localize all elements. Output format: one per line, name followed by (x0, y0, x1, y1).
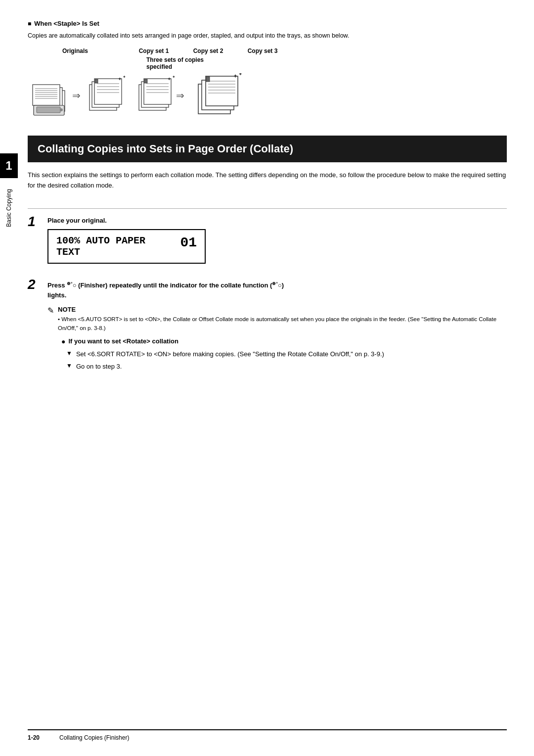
diagram-wrapper: Originals Copy set 1 Copy set 2 Copy set… (28, 47, 507, 118)
step1: 1 Place your original. 100% AUTO PAPER 0… (28, 217, 507, 271)
diagram-labels: Originals Copy set 1 Copy set 2 Copy set… (62, 47, 507, 54)
label-copy2: Copy set 2 (181, 47, 235, 54)
step2-text: Press ⊕°○ (Finisher) repeatedly until th… (47, 280, 507, 301)
svg-rect-14 (94, 79, 122, 104)
arrow1: ⇒ (72, 90, 81, 101)
sub-bullet-2: ▼ Go on to step 3. (61, 362, 507, 372)
svg-rect-24 (144, 79, 171, 104)
rotate-section: If you want to set <Rotate> collation ▼ … (61, 337, 507, 372)
three-sets-label: Three sets of copies specified (146, 56, 507, 70)
svg-text:✦: ✦ (238, 73, 242, 77)
page-footer: 1-20 Collating Copies (Finisher) (28, 729, 507, 741)
note-title: NOTE (58, 306, 507, 313)
main-content: When <Staple> Is Set Copies are automati… (18, 0, 534, 756)
staple-desc: Copies are automatically collated into s… (28, 31, 507, 41)
svg-text:✦: ✦ (123, 75, 126, 79)
sub-bullet-text-1: Set <6.SORT ROTATE> to <ON> before makin… (76, 349, 384, 359)
section-divider (28, 208, 507, 209)
step2: 2 Press ⊕°○ (Finisher) repeatedly until … (28, 280, 507, 376)
section-intro: This section explains the settings to pe… (28, 170, 507, 191)
side-label: Basic Copying (0, 143, 18, 242)
staple-section: When <Staple> Is Set Copies are automati… (28, 20, 507, 118)
step2-number: 2 (28, 278, 42, 291)
sub-bullet-text-2: Go on to step 3. (76, 362, 122, 372)
staple-heading-text: When <Staple> Is Set (34, 20, 99, 27)
footer-section: Collating Copies (Finisher) (59, 734, 129, 741)
rotate-heading: If you want to set <Rotate> collation (61, 337, 507, 345)
triangle-icon-2: ▼ (66, 362, 72, 369)
svg-text:✦: ✦ (172, 75, 176, 79)
svg-text:✦: ✦ (118, 76, 122, 82)
triangle-icon-1: ▼ (66, 350, 72, 357)
svg-rect-2 (33, 85, 60, 105)
note-icon: ✎ (47, 306, 54, 315)
svg-text:⇒: ⇒ (176, 90, 184, 101)
footer-page: 1-20 (28, 734, 40, 741)
display-number: 01 (180, 235, 197, 250)
side-label-text: Basic Copying (5, 189, 12, 227)
svg-rect-29 (144, 79, 147, 83)
label-originals: Originals (62, 47, 127, 54)
note-content: NOTE • When <5.AUTO SORT> is set to <ON>… (58, 306, 507, 332)
svg-point-11 (60, 108, 63, 111)
display-line2: TEXT (56, 246, 197, 258)
svg-text:✦: ✦ (233, 73, 238, 80)
svg-rect-35 (206, 76, 238, 106)
svg-rect-41 (206, 77, 210, 82)
staple-heading: When <Staple> Is Set (28, 20, 507, 27)
svg-text:✦: ✦ (167, 76, 171, 82)
diagram-svg-area: ⇒ ✦ (28, 73, 507, 118)
label-copy3: Copy set 3 (235, 47, 290, 54)
step1-number: 1 (28, 215, 42, 229)
step1-title: Place your original. (47, 217, 507, 224)
display-line1: 100% AUTO PAPER 01 (56, 235, 197, 246)
display-box: 100% AUTO PAPER 01 TEXT (47, 229, 206, 264)
note-section: ✎ NOTE • When <5.AUTO SORT> is set to <O… (47, 306, 507, 332)
sub-bullet-1: ▼ Set <6.SORT ROTATE> to <ON> before mak… (61, 349, 507, 359)
label-copy1: Copy set 1 (127, 47, 181, 54)
page-wrapper: 1 Basic Copying When <Staple> Is Set Cop… (0, 0, 534, 756)
step2-content: Press ⊕°○ (Finisher) repeatedly until th… (47, 280, 507, 376)
chapter-heading: Collating Copies into Sets in Page Order… (28, 136, 507, 162)
note-text: • When <5.AUTO SORT> is set to <ON>, the… (58, 315, 507, 332)
diagram-svg: ⇒ ✦ (28, 73, 374, 118)
svg-rect-10 (37, 107, 60, 113)
side-tab: 1 Basic Copying (0, 0, 18, 756)
step1-content: Place your original. 100% AUTO PAPER 01 … (47, 217, 507, 271)
svg-rect-19 (95, 79, 98, 83)
